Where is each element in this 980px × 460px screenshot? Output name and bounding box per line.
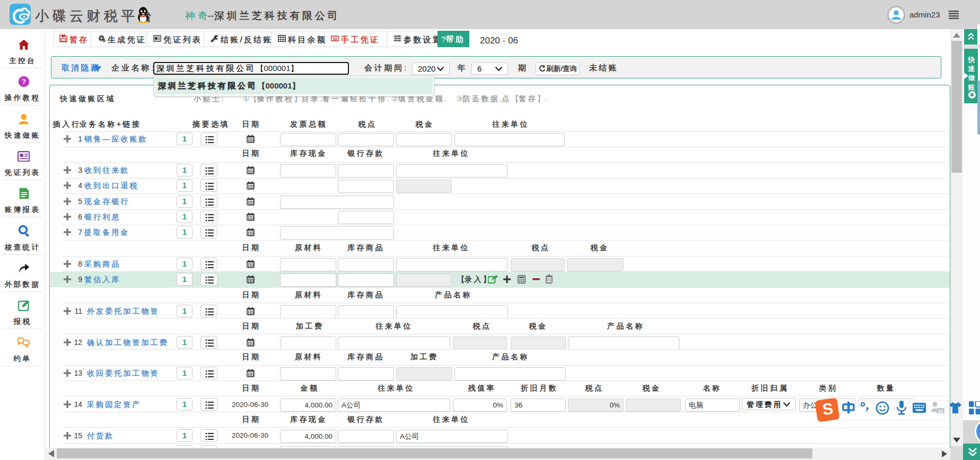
svg-text:?: ?: [21, 77, 26, 86]
svg-text:15: 15: [938, 409, 943, 414]
